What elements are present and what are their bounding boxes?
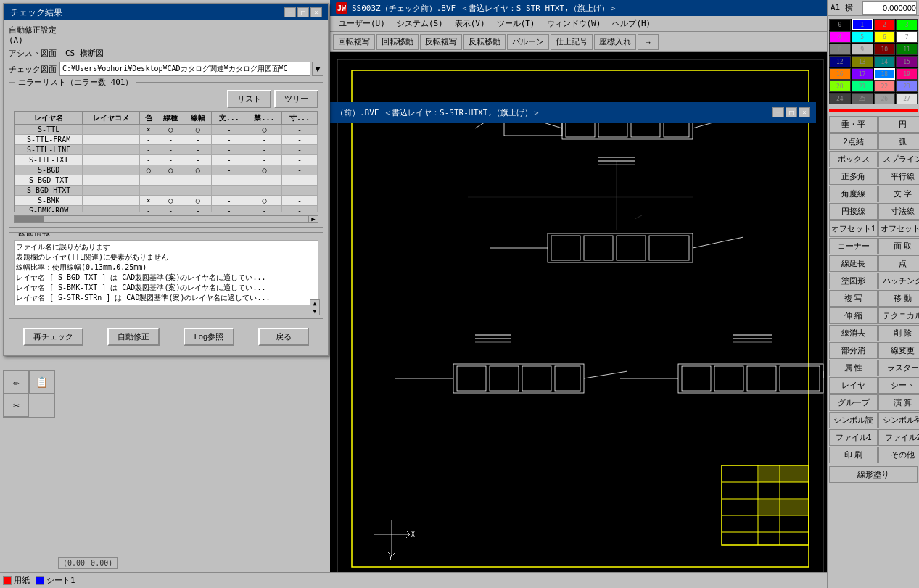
right-btn-12[interactable]: オフセット1 bbox=[829, 220, 878, 237]
vscroll-bar[interactable]: ▲ ▼ bbox=[310, 299, 320, 315]
toolbar-rotate-copy[interactable]: 回転複写 bbox=[333, 34, 375, 50]
right-btn-10[interactable]: 円接線 bbox=[829, 203, 878, 220]
sub-maximize-btn[interactable]: □ bbox=[786, 107, 797, 117]
right-btn-34[interactable]: シンボル読 bbox=[829, 412, 878, 428]
right-btn-11[interactable]: 寸法線 bbox=[878, 203, 919, 220]
vscroll-up[interactable]: ▲ bbox=[313, 300, 317, 307]
table-row[interactable]: S-TTL-LINE------ bbox=[15, 145, 318, 155]
toolbar-arrow[interactable]: → bbox=[638, 34, 659, 50]
cad-canvas[interactable]: X Y bbox=[330, 52, 831, 588]
color-cell-18[interactable]: 18 bbox=[874, 68, 896, 80]
right-btn-28[interactable]: 属 性 bbox=[829, 360, 878, 376]
toolbar-finish-mark[interactable]: 仕上記号 bbox=[551, 34, 593, 50]
color-cell-15[interactable]: 15 bbox=[896, 56, 918, 67]
table-row[interactable]: S-TTL-TXT------ bbox=[15, 155, 318, 165]
right-btn-16[interactable]: 線延長 bbox=[829, 255, 878, 272]
color-cell-26[interactable]: 26 bbox=[874, 93, 896, 104]
table-row[interactable]: S-BMK×○○-○- bbox=[15, 196, 318, 206]
right-btn-38[interactable]: 印 刷 bbox=[829, 447, 878, 463]
color-cell-13[interactable]: 13 bbox=[852, 56, 873, 67]
right-btn-36[interactable]: ファイル1 bbox=[829, 429, 878, 446]
sub-close-btn[interactable]: × bbox=[799, 107, 810, 117]
table-row[interactable]: S-BGD-TXT------ bbox=[15, 175, 318, 186]
menu-user[interactable]: ユーザー(U) bbox=[333, 17, 391, 30]
color-cell-23[interactable]: 23 bbox=[896, 80, 918, 92]
color-cell-3[interactable]: 3 bbox=[896, 19, 918, 30]
right-btn-13[interactable]: オフセット2 bbox=[878, 220, 919, 237]
right-btn-2[interactable]: 2点結 bbox=[829, 133, 878, 150]
table-row[interactable]: S-TTL-FRAM------ bbox=[15, 135, 318, 145]
check-path-dropdown-btn[interactable]: ▼ bbox=[312, 62, 323, 76]
menu-window[interactable]: ウィンドウ(W) bbox=[541, 17, 607, 30]
tree-btn[interactable]: ツリー bbox=[274, 90, 318, 108]
color-cell-21[interactable]: 21 bbox=[852, 80, 873, 92]
menu-system[interactable]: システム(S) bbox=[391, 17, 449, 30]
color-cell-6[interactable]: 6 bbox=[874, 31, 896, 43]
right-btn-30[interactable]: レイヤ bbox=[829, 377, 878, 394]
menu-view[interactable]: 表示(V) bbox=[449, 17, 491, 30]
right-btn-5[interactable]: スプライン bbox=[878, 151, 919, 167]
color-cell-12[interactable]: 12 bbox=[829, 56, 851, 67]
toolbar-coord-enter[interactable]: 座標入れ bbox=[594, 34, 636, 50]
color-cell-1[interactable]: 1 bbox=[852, 19, 873, 30]
color-cell-14[interactable]: 14 bbox=[874, 56, 896, 67]
table-row[interactable]: S-TTL×○○-○- bbox=[15, 125, 318, 135]
color-cell-17[interactable]: 17 bbox=[852, 68, 873, 80]
right-btn-8[interactable]: 角度線 bbox=[829, 186, 878, 202]
back-btn[interactable]: 戻る bbox=[258, 328, 309, 346]
color-cell-5[interactable]: 5 bbox=[852, 31, 873, 43]
right-btn-15[interactable]: 面 取 bbox=[878, 238, 919, 254]
color-cell-0[interactable]: 0 bbox=[829, 19, 851, 30]
color-cell-9[interactable]: 9 bbox=[852, 44, 873, 55]
right-btn-4[interactable]: ボックス bbox=[829, 151, 878, 167]
list-btn[interactable]: リスト bbox=[227, 90, 271, 108]
right-btn-26[interactable]: 部分消 bbox=[829, 342, 878, 359]
tool-icon-2[interactable]: 📋 bbox=[29, 370, 54, 394]
toolbar-flip-copy[interactable]: 反転複写 bbox=[420, 34, 462, 50]
recheck-btn[interactable]: 再チェック bbox=[23, 328, 83, 346]
vscroll-down[interactable]: ▼ bbox=[313, 308, 317, 315]
right-btn-7[interactable]: 平行線 bbox=[878, 168, 919, 185]
dialog-minimize-btn[interactable]: ─ bbox=[284, 7, 296, 17]
right-btn-21[interactable]: 移 動 bbox=[878, 290, 919, 307]
color-cell-19[interactable]: 19 bbox=[896, 68, 918, 80]
right-btn-29[interactable]: ラスター bbox=[878, 360, 919, 376]
right-btn-37[interactable]: ファイル2 bbox=[878, 429, 919, 446]
color-cell-10[interactable]: 10 bbox=[874, 44, 896, 55]
right-btn-9[interactable]: 文 字 bbox=[878, 186, 919, 202]
table-row[interactable]: S-BGD○○○-○- bbox=[15, 165, 318, 175]
tool-icon-3[interactable]: ✂️ bbox=[4, 394, 29, 417]
sub-minimize-btn[interactable]: ─ bbox=[772, 107, 784, 117]
right-btn-22[interactable]: 伸 縮 bbox=[829, 307, 878, 324]
layer-table-container[interactable]: レイヤ名 レイヤコメ 色 線種 線幅 文... 禁... 寸... S bbox=[14, 111, 318, 212]
right-btn-20[interactable]: 複 写 bbox=[829, 290, 878, 307]
right-btn-31[interactable]: シート bbox=[878, 377, 919, 394]
color-cell-11[interactable]: 11 bbox=[896, 44, 918, 55]
toolbar-flip-move[interactable]: 反転移動 bbox=[463, 34, 506, 50]
color-cell-8[interactable]: 8 bbox=[829, 44, 851, 55]
color-cell-2[interactable]: 2 bbox=[874, 19, 896, 30]
line-fill-btn[interactable]: 線形塗り bbox=[829, 466, 918, 483]
table-row[interactable]: S-BMK-ROW------ bbox=[15, 206, 318, 213]
right-btn-0[interactable]: 垂・平 bbox=[829, 116, 878, 133]
right-btn-27[interactable]: 線変更 bbox=[878, 342, 919, 359]
color-cell-22[interactable]: 22 bbox=[874, 80, 896, 92]
tool-icon-1[interactable]: ✏️ bbox=[4, 370, 29, 394]
color-cell-27[interactable]: 27 bbox=[896, 93, 918, 104]
color-cell-16[interactable]: 16 bbox=[829, 68, 851, 80]
right-btn-25[interactable]: 削 除 bbox=[878, 325, 919, 341]
log-btn[interactable]: Log参照 bbox=[184, 328, 234, 346]
color-cell-4[interactable]: 4 bbox=[829, 31, 851, 43]
color-cell-7[interactable]: 7 bbox=[896, 31, 918, 43]
menu-tool[interactable]: ツール(T) bbox=[491, 17, 541, 30]
color-cell-20[interactable]: 20 bbox=[829, 80, 851, 92]
table-row[interactable]: S-BGD-HTXT------ bbox=[15, 186, 318, 196]
right-btn-6[interactable]: 正多角 bbox=[829, 168, 878, 185]
dialog-close-btn[interactable]: × bbox=[310, 7, 322, 17]
scale-input[interactable] bbox=[862, 1, 917, 15]
right-btn-24[interactable]: 線消去 bbox=[829, 325, 878, 341]
right-btn-1[interactable]: 円 bbox=[878, 116, 919, 133]
right-btn-23[interactable]: テクニカル bbox=[878, 307, 919, 324]
right-btn-14[interactable]: コーナー bbox=[829, 238, 878, 254]
error-messages-container[interactable]: ファイル名に誤りがあります表題欄のレイヤ(TTL関連)に要素がありません線幅比率… bbox=[14, 240, 318, 305]
